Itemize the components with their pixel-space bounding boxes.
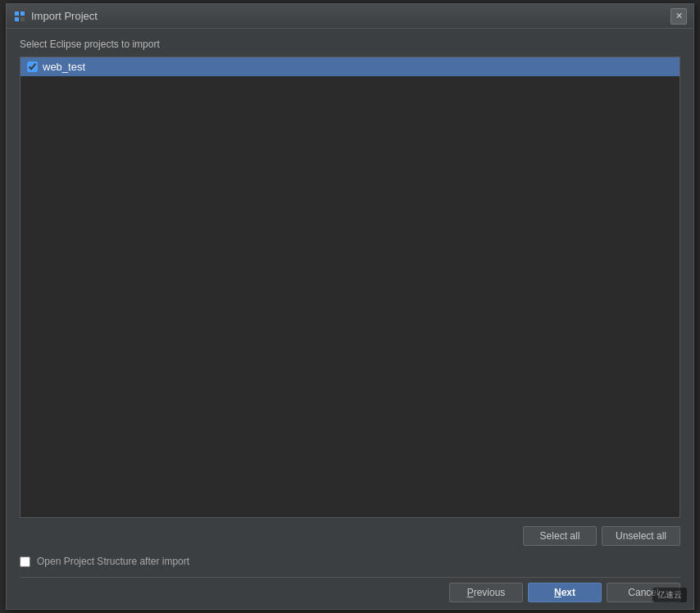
project-name: web_test bbox=[43, 61, 85, 73]
select-all-button[interactable]: Select all bbox=[523, 526, 597, 546]
close-button[interactable]: ✕ bbox=[670, 8, 687, 25]
project-list-item[interactable]: web_test bbox=[20, 57, 680, 76]
title-bar-left: Import Project bbox=[13, 10, 98, 23]
project-list[interactable]: web_test bbox=[20, 57, 680, 518]
open-project-checkbox[interactable] bbox=[20, 556, 30, 567]
open-project-label[interactable]: Open Project Structure after import bbox=[37, 556, 189, 567]
svg-rect-3 bbox=[20, 17, 25, 21]
next-button[interactable]: Next bbox=[528, 583, 602, 602]
svg-rect-2 bbox=[15, 17, 19, 21]
app-icon bbox=[13, 10, 26, 23]
dialog-title: Import Project bbox=[31, 10, 98, 22]
svg-rect-1 bbox=[20, 11, 25, 16]
previous-underline: P bbox=[467, 587, 474, 598]
select-buttons-row: Select all Unselect all bbox=[20, 526, 680, 546]
next-label-rest: ext bbox=[561, 587, 575, 598]
title-bar: Import Project ✕ bbox=[7, 4, 693, 29]
svg-rect-0 bbox=[15, 11, 19, 16]
import-project-dialog: Import Project ✕ Select Eclipse projects… bbox=[6, 3, 694, 610]
project-checkbox[interactable] bbox=[27, 61, 38, 72]
previous-button[interactable]: Previous bbox=[449, 583, 523, 602]
footer-buttons: Previous Next Cancel bbox=[20, 577, 680, 602]
next-underline: N bbox=[554, 587, 561, 598]
unselect-all-button[interactable]: Unselect all bbox=[602, 526, 680, 546]
open-project-option: Open Project Structure after import bbox=[20, 556, 680, 567]
brand-badge: 亿速云 bbox=[652, 588, 687, 602]
previous-label-rest: revious bbox=[474, 587, 506, 598]
section-label: Select Eclipse projects to import bbox=[20, 39, 680, 50]
dialog-body: Select Eclipse projects to import web_te… bbox=[7, 29, 693, 609]
